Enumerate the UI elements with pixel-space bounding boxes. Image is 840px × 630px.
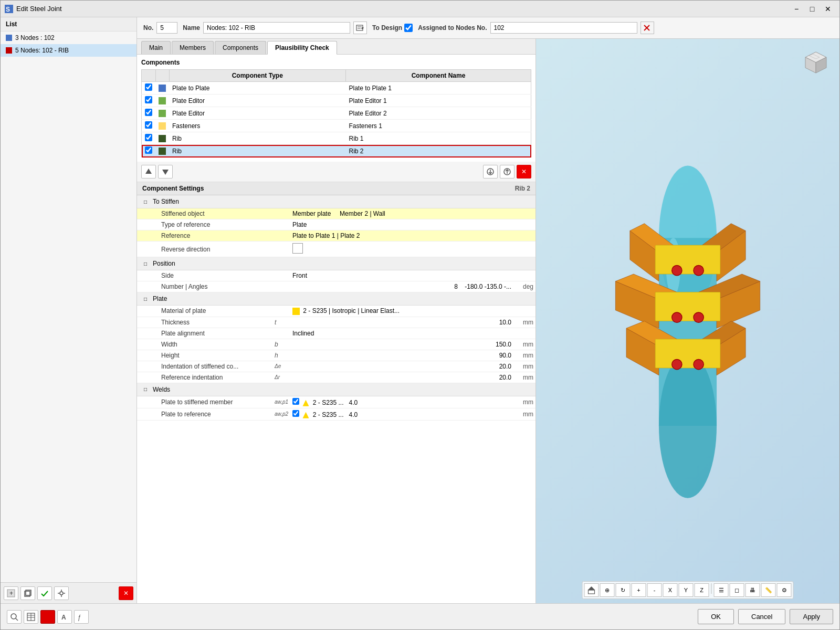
table-row[interactable]: Plate Editor Plate Editor 2	[142, 107, 531, 120]
to-design-checkbox[interactable]	[404, 24, 413, 32]
delete-comp-button[interactable]: ✕	[517, 165, 531, 178]
group-header-to-stiffen[interactable]: □ To Stiffen	[137, 195, 536, 208]
ok-button[interactable]: OK	[698, 609, 734, 624]
svg-marker-14	[361, 27, 364, 29]
tab-components[interactable]: Components	[215, 41, 266, 54]
comp-checkbox[interactable]	[145, 134, 152, 141]
prop-weld-stiffened[interactable]: Plate to stiffened member aw,p1 2 - S235…	[137, 396, 536, 408]
tab-main[interactable]: Main	[141, 41, 171, 54]
add-node-button[interactable]: +	[4, 586, 18, 600]
minimize-button[interactable]: −	[789, 3, 804, 15]
cancel-button[interactable]: Cancel	[738, 609, 785, 624]
table-row[interactable]: Plate Editor Plate Editor 1	[142, 94, 531, 107]
prop-symbol-angles	[274, 285, 289, 288]
weld2-checkbox[interactable]	[292, 410, 299, 417]
window-controls: − □ ✕	[789, 3, 835, 15]
components-section: Components Component Type Component Name	[137, 55, 536, 162]
reverse-checkbox[interactable]	[292, 243, 303, 254]
view-z-button[interactable]: Z	[695, 583, 709, 597]
apply-button[interactable]: Apply	[790, 609, 833, 624]
name-value[interactable]: Nodes: 102 - RIB	[203, 22, 350, 34]
maximize-button[interactable]: □	[805, 3, 820, 15]
prop-width[interactable]: Width b 150.0 mm	[137, 339, 536, 350]
red-square-button[interactable]	[40, 610, 55, 624]
assigned-value[interactable]: 102	[490, 22, 637, 34]
prop-reference[interactable]: Reference Plate to Plate 1 | Plate 2	[137, 230, 536, 242]
nav-cube[interactable]	[797, 44, 834, 81]
export-button[interactable]	[500, 165, 514, 178]
view-measure-button[interactable]: 📏	[761, 583, 776, 597]
view-layers-button[interactable]: ☰	[714, 583, 729, 597]
table-row[interactable]: Plate to Plate Plate to Plate 1	[142, 82, 531, 94]
move-up-button[interactable]	[141, 165, 156, 178]
prop-name-side: Side	[158, 270, 274, 281]
comp-checkbox[interactable]	[145, 146, 152, 154]
group-header-position[interactable]: □ Position	[137, 257, 536, 270]
view-print-button[interactable]: 🖶	[746, 583, 760, 597]
list-item-selected[interactable]: 5 Nodes: 102 - RIB	[1, 44, 136, 57]
view-orbit-button[interactable]: ↻	[616, 583, 631, 597]
prop-alignment[interactable]: Plate alignment Inclined	[137, 328, 536, 339]
table-bottom-button[interactable]	[24, 610, 38, 624]
table-row[interactable]: Rib Rib 2	[142, 145, 531, 158]
move-down-button[interactable]	[158, 165, 173, 178]
view-x-button[interactable]: X	[663, 583, 678, 597]
search-bottom-button[interactable]	[7, 610, 22, 624]
copy-button[interactable]	[20, 586, 35, 600]
no-value[interactable]: 5	[156, 22, 177, 34]
svg-rect-47	[655, 292, 720, 321]
prop-material[interactable]: Material of plate 2 - S235 | Isotropic |…	[137, 306, 536, 317]
comp-checkbox[interactable]	[145, 83, 152, 91]
view-home-button[interactable]	[584, 583, 599, 597]
prop-thickness[interactable]: Thickness t 10.0 mm	[137, 317, 536, 328]
tab-members[interactable]: Members	[172, 41, 214, 54]
prop-angles[interactable]: Number | Angles 8 -180.0 -135.0 -... deg	[137, 281, 536, 292]
comp-checkbox[interactable]	[145, 109, 152, 116]
prop-ref-indentation[interactable]: Reference indentation Δr 20.0 mm	[137, 372, 536, 383]
comp-checkbox[interactable]	[145, 96, 152, 103]
prop-symbol-weld1: aw,p1	[274, 397, 289, 406]
comp-type: Rib	[169, 145, 346, 158]
prop-stiffened-object[interactable]: Stiffened object Member plate Member 2 |…	[137, 208, 536, 219]
assigned-field-group: Assigned to Nodes No. 102	[418, 22, 654, 34]
prop-weld-reference[interactable]: Plate to reference aw,p2 2 - S235 ... 4.…	[137, 408, 536, 421]
view-zoom-button[interactable]: +	[632, 583, 646, 597]
prop-type-ref[interactable]: Type of reference Plate	[137, 219, 536, 230]
list-item[interactable]: 3 Nodes : 102	[1, 32, 136, 44]
group-header-plate[interactable]: □ Plate	[137, 292, 536, 306]
prop-height[interactable]: Height h 90.0 mm	[137, 350, 536, 361]
validate-button[interactable]	[37, 586, 52, 600]
tabs: Main Members Components Plausibility Che…	[137, 39, 536, 55]
prop-val-ref-indent: 20.0	[289, 372, 514, 383]
import-button[interactable]	[483, 165, 498, 178]
settings-header: Component Settings Rib 2	[137, 182, 536, 195]
right-panel: No. 5 Name Nodes: 102 - RIB To Design As…	[137, 17, 839, 603]
close-button[interactable]: ✕	[821, 3, 835, 15]
weld1-checkbox[interactable]	[292, 398, 299, 405]
3d-viewport[interactable]: ⊕ ↻ + - X Y Z ☰ ◻ 🖶 📏 ⚙	[536, 39, 839, 603]
clear-assigned-button[interactable]	[640, 22, 654, 34]
text-bottom-button[interactable]: A	[57, 610, 72, 624]
view-zoom-out-button[interactable]: -	[647, 583, 662, 597]
edit-name-button[interactable]	[353, 22, 367, 34]
prop-reverse[interactable]: Reverse direction	[137, 242, 536, 257]
prop-val-stiffened: Member plate Member 2 | Wall	[289, 208, 536, 219]
prop-side[interactable]: Side Front	[137, 270, 536, 281]
table-row[interactable]: Rib Rib 1	[142, 132, 531, 145]
view-pan-button[interactable]: ⊕	[600, 583, 615, 597]
view-y-button[interactable]: Y	[679, 583, 694, 597]
settings-button[interactable]	[54, 586, 69, 600]
table-row[interactable]: Fasteners Fasteners 1	[142, 120, 531, 132]
func-bottom-button[interactable]: ƒ	[74, 610, 89, 624]
svg-point-50	[694, 266, 704, 276]
tab-plausibility[interactable]: Plausibility Check	[267, 41, 337, 55]
comp-checkbox[interactable]	[145, 121, 152, 129]
view-settings2-button[interactable]: ⚙	[777, 583, 792, 597]
prop-indentation[interactable]: Indentation of stiffened co... Δe 20.0 m…	[137, 361, 536, 372]
svg-marker-56	[588, 586, 595, 590]
prop-val-material: 2 - S235 | Isotropic | Linear Elast...	[289, 306, 536, 317]
view-render-button[interactable]: ◻	[730, 583, 744, 597]
delete-button[interactable]: ✕	[119, 586, 133, 600]
group-header-welds[interactable]: □ Welds	[137, 383, 536, 396]
prop-symbol-height: h	[274, 350, 289, 361]
